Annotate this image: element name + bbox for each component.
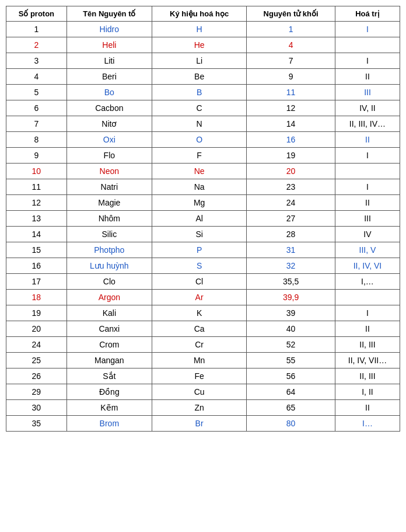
cell-mass: 9 xyxy=(247,69,335,85)
table-row: 14SilicSi28IV xyxy=(6,227,400,242)
cell-proton: 12 xyxy=(6,195,67,211)
cell-name: Oxi xyxy=(66,132,152,148)
cell-name: Cacbon xyxy=(66,100,152,116)
cell-proton: 13 xyxy=(6,211,67,227)
cell-symbol: Na xyxy=(152,179,246,195)
cell-name: Brom xyxy=(66,416,152,432)
cell-proton: 19 xyxy=(6,305,67,321)
cell-mass: 31 xyxy=(247,242,335,258)
cell-name: Magie xyxy=(66,195,152,211)
cell-symbol: Cu xyxy=(152,384,246,400)
cell-symbol: C xyxy=(152,100,246,116)
cell-name: Clo xyxy=(66,274,152,290)
cell-valence: II xyxy=(335,195,400,211)
cell-symbol: F xyxy=(152,148,246,164)
header-valence: Hoá trị xyxy=(335,6,400,22)
cell-mass: 24 xyxy=(247,195,335,211)
table-row: 18ArgonAr39,9 xyxy=(6,290,400,305)
cell-name: Canxi xyxy=(66,321,152,337)
cell-name: Photpho xyxy=(66,242,152,258)
table-row: 24CromCr52II, III xyxy=(6,337,400,353)
cell-valence: I, II xyxy=(335,384,400,400)
cell-proton: 30 xyxy=(6,400,67,416)
cell-symbol: N xyxy=(152,116,246,132)
cell-symbol: Al xyxy=(152,211,246,227)
table-header-row: Số proton Tên Nguyên tố Ký hiệu hoá học … xyxy=(6,6,400,22)
cell-mass: 19 xyxy=(247,148,335,164)
cell-valence: II xyxy=(335,132,400,148)
cell-name: Kẽm xyxy=(66,400,152,416)
cell-symbol: Mn xyxy=(152,353,246,368)
cell-mass: 20 xyxy=(247,164,335,179)
cell-proton: 2 xyxy=(6,37,67,53)
cell-name: Beri xyxy=(66,69,152,85)
cell-symbol: K xyxy=(152,305,246,321)
cell-mass: 52 xyxy=(247,337,335,353)
cell-name: Heli xyxy=(66,37,152,53)
cell-proton: 26 xyxy=(6,368,67,384)
cell-proton: 15 xyxy=(6,242,67,258)
cell-mass: 39,9 xyxy=(247,290,335,305)
table-row: 11NatriNa23I xyxy=(6,179,400,195)
cell-name: Crom xyxy=(66,337,152,353)
cell-valence: I xyxy=(335,22,400,37)
cell-mass: 39 xyxy=(247,305,335,321)
cell-mass: 64 xyxy=(247,384,335,400)
cell-proton: 1 xyxy=(6,22,67,37)
cell-mass: 80 xyxy=(247,416,335,432)
cell-valence: III, V xyxy=(335,242,400,258)
cell-symbol: Zn xyxy=(152,400,246,416)
cell-proton: 7 xyxy=(6,116,67,132)
cell-name: Neon xyxy=(66,164,152,179)
cell-proton: 20 xyxy=(6,321,67,337)
header-symbol: Ký hiệu hoá học xyxy=(152,6,246,22)
table-row: 25ManganMn55II, IV, VII… xyxy=(6,353,400,368)
cell-valence: I xyxy=(335,148,400,164)
cell-mass: 35,5 xyxy=(247,274,335,290)
cell-name: Liti xyxy=(66,53,152,69)
table-row: 26SắtFe56II, III xyxy=(6,368,400,384)
cell-proton: 10 xyxy=(6,164,67,179)
cell-symbol: B xyxy=(152,85,246,100)
cell-name: Flo xyxy=(66,148,152,164)
table-row: 30KẽmZn65II xyxy=(6,400,400,416)
cell-name: Bo xyxy=(66,85,152,100)
cell-symbol: S xyxy=(152,258,246,274)
cell-name: Hidro xyxy=(66,22,152,37)
cell-symbol: Be xyxy=(152,69,246,85)
cell-symbol: Li xyxy=(152,53,246,69)
table-row: 20CanxiCa40II xyxy=(6,321,400,337)
cell-name: Nhôm xyxy=(66,211,152,227)
cell-proton: 5 xyxy=(6,85,67,100)
cell-symbol: Mg xyxy=(152,195,246,211)
header-proton: Số proton xyxy=(6,6,67,22)
cell-valence: I,… xyxy=(335,274,400,290)
cell-mass: 55 xyxy=(247,353,335,368)
table-row: 10NeonNe20 xyxy=(6,164,400,179)
cell-symbol: Ca xyxy=(152,321,246,337)
cell-proton: 14 xyxy=(6,227,67,242)
cell-proton: 29 xyxy=(6,384,67,400)
cell-name: Lưu huỳnh xyxy=(66,258,152,274)
cell-proton: 17 xyxy=(6,274,67,290)
cell-proton: 3 xyxy=(6,53,67,69)
periodic-table: Số proton Tên Nguyên tố Ký hiệu hoá học … xyxy=(6,6,400,432)
table-row: 16Lưu huỳnhS32II, IV, VI xyxy=(6,258,400,274)
table-row: 6CacbonC12IV, II xyxy=(6,100,400,116)
cell-valence: II, IV, VII… xyxy=(335,353,400,368)
cell-valence: III xyxy=(335,211,400,227)
cell-name: Đồng xyxy=(66,384,152,400)
cell-symbol: Fe xyxy=(152,368,246,384)
cell-mass: 32 xyxy=(247,258,335,274)
cell-mass: 4 xyxy=(247,37,335,53)
cell-proton: 6 xyxy=(6,100,67,116)
cell-valence: II, III, IV… xyxy=(335,116,400,132)
table-row: 35BromBr80I… xyxy=(6,416,400,432)
cell-valence xyxy=(335,164,400,179)
cell-mass: 40 xyxy=(247,321,335,337)
cell-proton: 16 xyxy=(6,258,67,274)
cell-symbol: Si xyxy=(152,227,246,242)
cell-symbol: O xyxy=(152,132,246,148)
cell-mass: 27 xyxy=(247,211,335,227)
cell-name: Nitơ xyxy=(66,116,152,132)
